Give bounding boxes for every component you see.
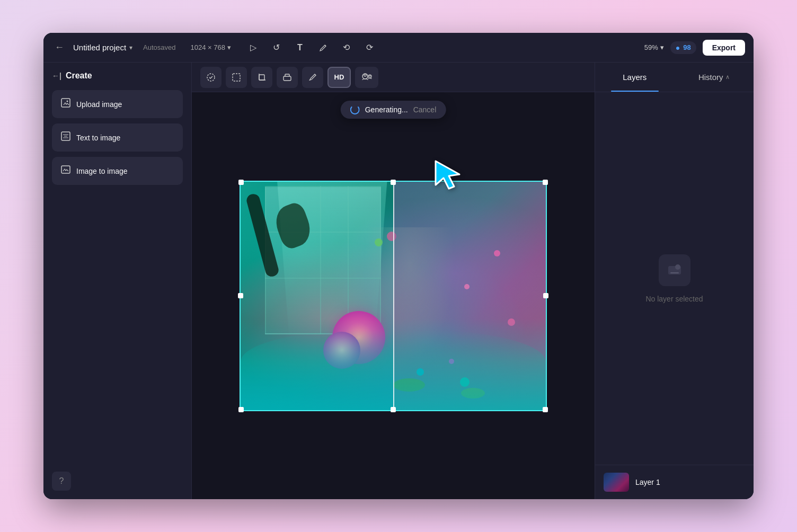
upload-image-label: Upload image: [76, 100, 122, 109]
dimensions-chevron: ▾: [227, 43, 231, 51]
brush-btn[interactable]: [302, 67, 323, 88]
svg-point-4: [207, 74, 215, 81]
svg-rect-5: [233, 74, 240, 81]
lotus-flower: [332, 311, 385, 364]
credits-count: 98: [683, 43, 690, 51]
generating-spinner: [350, 105, 360, 114]
layer-list: Layer 1: [595, 465, 754, 499]
erase-btn[interactable]: [277, 67, 298, 88]
undo-btn[interactable]: ⟲: [339, 40, 354, 55]
tab-layers-label: Layers: [623, 73, 647, 82]
svg-rect-9: [284, 76, 291, 81]
dimensions-dropdown[interactable]: 1024 × 768 ▾: [191, 43, 231, 51]
zoom-label: 59%: [644, 43, 658, 51]
header-tools: ▷ ↺ T ⟲ ⟳: [246, 40, 377, 55]
hd-btn[interactable]: HD: [327, 67, 351, 88]
pen-tool-btn[interactable]: [316, 40, 331, 55]
sidebar-item-upload-image[interactable]: Upload image: [52, 90, 183, 118]
credits-icon: ●: [676, 43, 680, 52]
main-layout: ←| Create Upload image: [43, 63, 754, 499]
svg-rect-3: [61, 166, 70, 173]
rotate-tool-btn[interactable]: ↺: [269, 40, 284, 55]
canvas-toolbar: HD: [192, 63, 595, 92]
create-label: Create: [66, 71, 92, 81]
generating-toast: Generating... Cancel: [341, 101, 446, 119]
history-chevron: ∧: [725, 74, 730, 81]
canvas-viewport[interactable]: Generating... Cancel: [192, 92, 595, 499]
zoom-chevron: ▾: [660, 43, 664, 51]
export-button[interactable]: Export: [703, 40, 745, 56]
svg-rect-0: [61, 99, 70, 107]
canvas-image: [241, 182, 546, 410]
layer-item-1[interactable]: Layer 1: [604, 473, 745, 492]
app-window: ← Untitled project ▾ Autosaved 1024 × 76…: [43, 33, 754, 499]
project-name-chevron: ▾: [129, 44, 132, 51]
create-back-icon: ←|: [52, 72, 61, 80]
credits-display: ● 98: [670, 41, 696, 54]
magic-select-btn[interactable]: [200, 67, 222, 88]
back-button[interactable]: ←: [52, 40, 67, 55]
no-layer-icon: [659, 254, 690, 286]
select-tool-btn[interactable]: ▷: [246, 40, 261, 55]
project-name-dropdown[interactable]: Untitled project ▾: [73, 43, 132, 52]
select-box-btn[interactable]: [226, 67, 247, 88]
tab-history[interactable]: History ∧: [675, 63, 754, 92]
upload-image-icon: [60, 97, 71, 111]
sidebar-item-image-to-image[interactable]: Image to image: [52, 157, 183, 185]
help-icon: ?: [59, 476, 64, 486]
layer-thumbnail: [604, 473, 629, 492]
tab-history-label: History: [698, 73, 723, 82]
left-sidebar: ←| Create Upload image: [43, 63, 192, 499]
layer-name: Layer 1: [635, 478, 660, 486]
project-name-label: Untitled project: [73, 43, 126, 52]
crop-btn[interactable]: [251, 67, 272, 88]
cancel-button[interactable]: Cancel: [413, 105, 437, 114]
svg-point-11: [364, 74, 366, 76]
redo-btn[interactable]: ⟳: [362, 40, 377, 55]
dimensions-label: 1024 × 768: [191, 43, 225, 51]
svg-rect-6: [259, 75, 264, 80]
cursor-arrow: [430, 156, 467, 195]
generating-text: Generating...: [365, 105, 408, 114]
zoom-control[interactable]: 59% ▾: [644, 43, 664, 51]
header: ← Untitled project ▾ Autosaved 1024 × 76…: [43, 33, 754, 63]
canvas-divider: [393, 182, 394, 410]
text-tool-btn[interactable]: T: [293, 40, 307, 55]
no-layer-text: No layer selected: [645, 295, 703, 303]
canvas-image-container: [240, 181, 547, 411]
no-layer-panel: No layer selected: [595, 92, 754, 465]
text-to-image-label: Text to image: [76, 134, 120, 142]
help-button[interactable]: ?: [52, 472, 71, 491]
svg-point-16: [675, 264, 680, 270]
text-to-image-icon: [60, 131, 71, 144]
right-sidebar: Layers History ∧ No layer selected: [595, 63, 754, 499]
image-to-image-label: Image to image: [76, 167, 128, 175]
svg-point-1: [67, 101, 68, 102]
canvas-area: HD Generating...: [192, 63, 595, 499]
svg-marker-14: [436, 161, 459, 189]
tab-layers[interactable]: Layers: [595, 63, 675, 92]
face-enhance-btn[interactable]: [355, 67, 378, 88]
right-sidebar-tabs: Layers History ∧: [595, 63, 754, 92]
svg-point-13: [369, 75, 370, 76]
svg-rect-17: [670, 272, 679, 273]
sidebar-create-header: ←| Create: [52, 71, 183, 81]
art-artwork: [241, 182, 546, 410]
autosaved-label: Autosaved: [143, 43, 175, 51]
sidebar-item-text-to-image[interactable]: Text to image: [52, 123, 183, 152]
image-to-image-icon: [60, 164, 71, 178]
